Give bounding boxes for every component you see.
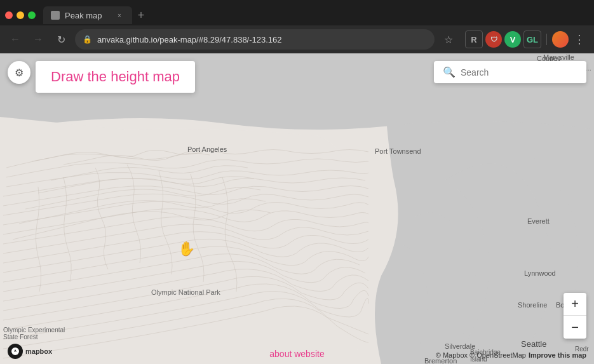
minimize-window-button[interactable] — [17, 11, 24, 19]
close-window-button[interactable] — [5, 11, 13, 19]
zoom-controls: + − — [564, 293, 586, 339]
label-lynnwood: Lynnwood — [524, 269, 556, 277]
gl-extension-button[interactable]: GL — [523, 30, 541, 48]
draw-prompt-text: Draw the height map — [51, 69, 180, 84]
search-input[interactable] — [461, 67, 577, 78]
back-button[interactable]: ← — [6, 30, 24, 48]
map-attribution: © Mapbox © OpenStreetMap Improve this ma… — [436, 351, 586, 359]
new-tab-button[interactable]: + — [132, 6, 150, 24]
traffic-lights — [5, 11, 36, 19]
improve-map-link[interactable]: Improve this map — [529, 351, 586, 359]
mapbox-icon-svg — [11, 347, 20, 356]
browser-menu-button[interactable]: ⋮ — [571, 32, 588, 46]
label-seattle: Seattle — [521, 339, 546, 349]
address-bar-row: ← → ↻ 🔒 anvaka.github.io/peak-map/#8.29/… — [0, 25, 594, 53]
zoom-out-button[interactable]: − — [564, 316, 586, 339]
tab-favicon — [51, 11, 60, 20]
v-extension-button[interactable]: V — [504, 31, 521, 48]
url-text: anvaka.github.io/peak-map/#8.29/47.838/-… — [97, 35, 282, 44]
mapbox-logo-icon — [8, 344, 23, 359]
search-box[interactable]: 🔍 — [434, 61, 586, 83]
profile-avatar[interactable] — [552, 31, 569, 48]
search-icon: 🔍 — [443, 66, 456, 78]
draw-prompt-box: Draw the height map — [36, 61, 195, 93]
separator — [546, 34, 547, 45]
reload-button[interactable]: ↻ — [52, 30, 70, 48]
bookmark-button[interactable]: ☆ — [440, 30, 457, 48]
lock-icon: 🔒 — [83, 35, 92, 44]
active-tab[interactable]: Peak map × — [43, 6, 132, 24]
r-extension-button[interactable]: R — [465, 30, 483, 48]
label-port-townsend: Port Townsend — [375, 147, 421, 155]
settings-button[interactable]: ⚙ — [8, 61, 30, 84]
label-shoreline: Shoreline — [518, 301, 547, 309]
tab-bar: Peak map × + — [0, 0, 594, 25]
label-port-angeles: Port Angeles — [187, 145, 227, 153]
forward-button[interactable]: → — [29, 30, 47, 48]
maximize-window-button[interactable] — [28, 11, 36, 19]
browser-actions: R 🛡 V GL ⋮ — [465, 30, 588, 48]
tab-close-button[interactable]: × — [114, 10, 125, 20]
shield-extension-button[interactable]: 🛡 — [485, 31, 502, 48]
browser-chrome: Peak map × + ← → ↻ 🔒 anvaka.github.io/pe… — [0, 0, 594, 53]
about-website-link[interactable]: about website — [269, 349, 324, 359]
tab-title: Peak map — [65, 11, 109, 20]
label-everett: Everett — [527, 217, 550, 225]
label-olympic-national-park: Olympic National Park — [151, 288, 220, 296]
address-bar[interactable]: 🔒 anvaka.github.io/peak-map/#8.29/47.838… — [75, 29, 435, 50]
gear-icon: ⚙ — [15, 67, 24, 79]
zoom-in-button[interactable]: + — [564, 293, 586, 316]
label-olympic-experimental: Olympic ExperimentalState Forest — [3, 327, 65, 340]
mapbox-label: mapbox — [25, 347, 52, 355]
attribution-text: © Mapbox © OpenStreetMap — [436, 351, 526, 359]
mapbox-logo: mapbox — [8, 344, 52, 359]
map-container[interactable]: Port Angeles Port Townsend Marysville La… — [0, 53, 594, 364]
map-background — [0, 53, 594, 364]
